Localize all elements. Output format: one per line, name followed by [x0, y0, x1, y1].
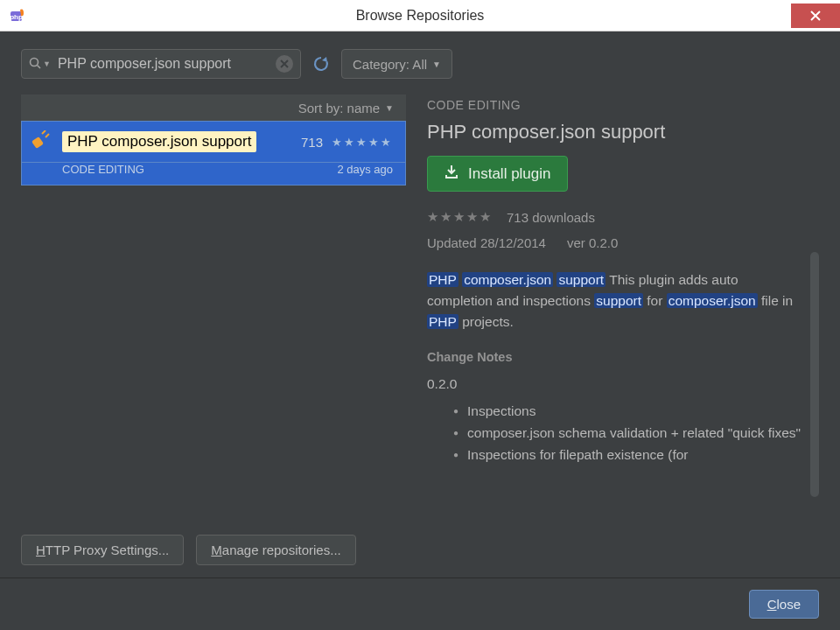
content-area: ▼ Category: All ▼ Sor	[0, 32, 840, 578]
manage-repositories-button[interactable]: Manage repositories...	[196, 535, 355, 565]
change-notes-list: Inspectionscomposer.json schema validati…	[453, 401, 805, 466]
dialog-window: php Browse Repositories ▼	[0, 0, 840, 630]
detail-version: ver 0.2.0	[567, 235, 618, 250]
detail-scrollbar[interactable]	[810, 252, 819, 497]
chevron-down-icon: ▼	[432, 60, 441, 69]
app-icon: php	[9, 7, 26, 24]
detail-description: PHP composer.json support This plugin ad…	[427, 270, 805, 332]
change-note-item: Inspections	[453, 401, 805, 423]
close-button[interactable]: Close	[749, 590, 819, 619]
category-filter-dropdown[interactable]: Category: All ▼	[341, 49, 452, 79]
toolbar: ▼ Category: All ▼	[21, 49, 819, 79]
bottom-button-row: HTTP Proxy Settings... Manage repositori…	[21, 519, 819, 578]
detail-downloads: 713 downloads	[507, 210, 595, 225]
search-field[interactable]: ▼	[21, 49, 301, 79]
svg-line-5	[42, 130, 46, 134]
detail-category: CODE EDITING	[427, 98, 805, 112]
change-note-item: Inspections for filepath existence (for	[453, 444, 805, 466]
detail-rating-stars: ★★★★★	[427, 209, 493, 225]
window-title: Browse Repositories	[0, 8, 840, 24]
http-proxy-settings-button[interactable]: HTTP Proxy Settings...	[21, 535, 184, 565]
detail-updated: Updated 28/12/2014	[427, 235, 546, 250]
refresh-button[interactable]	[312, 54, 331, 74]
result-item-rating: ★★★★★	[332, 136, 393, 149]
chevron-down-icon: ▼	[385, 103, 394, 113]
change-note-item: composer.json schema validation + relate…	[453, 423, 805, 444]
search-options-dropdown-icon[interactable]: ▼	[43, 60, 51, 68]
plugin-icon	[29, 130, 53, 153]
search-icon	[29, 57, 41, 72]
download-icon	[444, 164, 459, 184]
svg-text:php: php	[10, 13, 23, 21]
category-filter-label: Category: All	[353, 57, 427, 72]
split-pane: Sort by: name ▼	[21, 94, 819, 519]
svg-rect-4	[32, 136, 44, 149]
detail-title: PHP composer.json support	[427, 121, 805, 144]
titlebar: php Browse Repositories	[0, 0, 840, 32]
change-notes-version: 0.2.0	[427, 376, 805, 392]
detail-pane: CODE EDITING PHP composer.json support I…	[424, 94, 819, 519]
install-plugin-label: Install plugin	[468, 165, 551, 183]
svg-line-6	[46, 134, 49, 137]
result-item-downloads: 713	[301, 135, 323, 150]
result-item-name: PHP composer.json support	[62, 131, 256, 152]
result-item-category: CODE EDITING	[62, 163, 144, 176]
search-input[interactable]	[56, 55, 276, 73]
result-list: PHP composer.json support 713 ★★★★★ CODE…	[21, 121, 406, 519]
results-pane: Sort by: name ▼	[21, 94, 406, 519]
sort-label: Sort by: name	[298, 101, 380, 116]
result-item-age: 2 days ago	[337, 163, 393, 176]
svg-point-2	[31, 58, 38, 66]
search-clear-button[interactable]	[276, 55, 293, 73]
result-item[interactable]: PHP composer.json support 713 ★★★★★ CODE…	[21, 121, 406, 186]
sort-bar[interactable]: Sort by: name ▼	[21, 94, 406, 121]
svg-line-3	[38, 65, 41, 68]
window-close-button[interactable]	[791, 4, 840, 28]
install-plugin-button[interactable]: Install plugin	[427, 156, 568, 192]
change-notes-heading: Change Notes	[427, 350, 805, 364]
dialog-footer: Close	[0, 578, 840, 630]
